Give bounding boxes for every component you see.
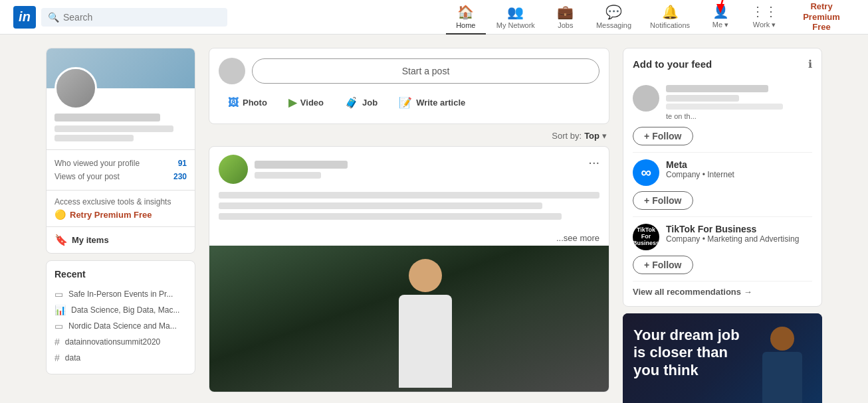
rec-avatar-meta[interactable]: ∞ — [633, 159, 659, 186]
sort-chevron-icon[interactable]: ▾ — [602, 131, 607, 141]
photo-action[interactable]: 🖼 Photo — [219, 91, 276, 114]
notifications-icon: 🔔 — [662, 4, 679, 20]
recent-card: Recent ▭ Safe In-Person Events in Pr... … — [46, 260, 195, 374]
post-text-line3 — [219, 213, 562, 220]
follow-plus-icon-meta: + — [644, 195, 649, 206]
recent-item-2[interactable]: ▭ Nordic Data Science and Ma... — [54, 318, 187, 334]
ad-widget[interactable]: Your dream job is closer than you think — [623, 313, 822, 403]
nav-me-label: Me ▾ — [712, 21, 728, 29]
post-person-figure — [385, 259, 465, 392]
start-post-button[interactable]: Start a post — [252, 58, 599, 84]
post-more-options[interactable]: ··· — [588, 155, 599, 170]
nav-notifications[interactable]: 🔔 Notifications — [642, 0, 698, 35]
article-action[interactable]: 📝 Write article — [389, 91, 475, 114]
rec-meta-0: te on th... — [666, 85, 812, 121]
nav-messaging[interactable]: 💬 Messaging — [588, 0, 639, 35]
feed-recommendations-widget: Add to your feed ℹ te on th... — [623, 48, 822, 307]
premium-retry-label: Retry Premium Free — [70, 210, 152, 220]
video-label: Video — [300, 98, 324, 108]
profile-views-label: Who viewed your profile — [54, 159, 140, 168]
follow-button-0[interactable]: + Follow — [633, 127, 693, 145]
nav-work[interactable]: ⋮⋮ Work ▾ — [743, 0, 786, 35]
post-author-name — [255, 161, 348, 169]
nav-jobs[interactable]: 💼 Jobs — [546, 0, 586, 35]
recent-label-4: data — [65, 353, 80, 363]
photo-icon: 🖼 — [228, 97, 239, 109]
rec-name-tiktok: TikTok For Business — [666, 224, 812, 234]
follow-button-meta[interactable]: + Follow — [633, 191, 693, 210]
recent-item-1[interactable]: 📊 Data Science, Big Data, Mac... — [54, 302, 187, 318]
view-all-recommendations[interactable]: View all recommendations → — [633, 282, 812, 297]
composer-top: Start a post — [219, 58, 599, 84]
network-icon: 👥 — [507, 4, 524, 20]
main-nav: 🏠 Home 👥 My Network 💼 Jobs 💬 Messaging 🔔… — [446, 0, 855, 35]
me-icon: 👤 — [712, 3, 729, 19]
rec-item-top-0: te on th... — [633, 85, 812, 121]
profile-subtitle — [54, 135, 134, 141]
nav-jobs-label: Jobs — [558, 21, 573, 29]
view-all-label: View all recommendations → — [633, 287, 752, 297]
nav-work-label: Work ▾ — [753, 21, 776, 29]
profile-title — [54, 125, 173, 132]
work-icon: ⋮⋮ — [751, 3, 778, 19]
profile-name — [54, 114, 160, 121]
gem-icon: 🟡 — [54, 209, 66, 220]
search-input[interactable] — [63, 12, 221, 23]
video-action[interactable]: ▶ Video — [279, 91, 333, 114]
recent-title: Recent — [54, 269, 187, 280]
jobs-icon: 💼 — [557, 4, 574, 20]
premium-retry-link[interactable]: 🟡 Retry Premium Free — [54, 209, 187, 220]
profile-card: Who viewed your profile 91 Views of your… — [46, 48, 195, 254]
premium-link[interactable]: Retry Premium Free — [788, 1, 855, 33]
rec-desc-0 — [666, 104, 783, 110]
widget-info-icon[interactable]: ℹ — [808, 58, 812, 70]
post-composer: Start a post 🖼 Photo ▶ Video 🧳 Job 📝 Wri — [209, 48, 609, 124]
post-author-info — [219, 155, 348, 184]
recent-label-1: Data Science, Big Data, Mac... — [71, 305, 179, 315]
recent-item-4[interactable]: # data — [54, 350, 187, 366]
recent-icon-0: ▭ — [54, 289, 63, 299]
search-icon: 🔍 — [48, 12, 59, 23]
rec-avatar-image-0 — [633, 85, 659, 112]
tiktok-logo-icon: TikTok For Business — [633, 227, 659, 247]
rec-item-top-tiktok: TikTok For Business TikTok For Business … — [633, 224, 812, 250]
recent-icon-4: # — [54, 353, 60, 363]
nav-network[interactable]: 👥 My Network — [488, 0, 543, 35]
see-more-button[interactable]: ...see more — [209, 230, 609, 246]
main-feed: Start a post 🖼 Photo ▶ Video 🧳 Job 📝 Wri — [209, 48, 609, 403]
nav-me[interactable]: 👤 Me ▾ — [701, 0, 740, 35]
rec-item-tiktok: TikTok For Business TikTok For Business … — [633, 217, 812, 282]
rec-avatar-0[interactable] — [633, 85, 659, 112]
rec-sub-0 — [666, 95, 739, 102]
nav-home[interactable]: 🏠 Home — [446, 0, 486, 35]
premium-section: Access exclusive tools & insights 🟡 Retr… — [47, 190, 195, 226]
rec-avatar-tiktok[interactable]: TikTok For Business — [633, 224, 659, 250]
job-icon: 🧳 — [345, 96, 358, 109]
recent-item-3[interactable]: # datainnovationsummit2020 — [54, 334, 187, 350]
post-views-label: Views of your post — [54, 172, 120, 181]
nav-network-label: My Network — [496, 21, 535, 29]
search-bar[interactable]: 🔍 — [41, 8, 227, 27]
rec-meta-meta: Meta Company • Internet — [666, 159, 812, 179]
follow-plus-icon-0: + — [644, 131, 649, 141]
my-items-button[interactable]: 🔖 My items — [47, 226, 195, 253]
right-sidebar: Add to your feed ℹ te on th... — [623, 48, 822, 403]
figure-body — [399, 295, 452, 388]
post-views-row[interactable]: Views of your post 230 — [54, 170, 187, 183]
recent-icon-3: # — [54, 337, 60, 347]
profile-avatar[interactable] — [54, 67, 97, 110]
linkedin-logo[interactable]: in — [13, 6, 36, 29]
post-image — [209, 246, 609, 392]
recent-item-0[interactable]: ▭ Safe In-Person Events in Pr... — [54, 286, 187, 302]
profile-views-row[interactable]: Who viewed your profile 91 — [54, 157, 187, 170]
job-action[interactable]: 🧳 Job — [336, 91, 387, 114]
left-sidebar: Who viewed your profile 91 Views of your… — [46, 48, 195, 403]
follow-button-tiktok[interactable]: + Follow — [633, 256, 693, 274]
sort-dropdown[interactable]: Top — [584, 131, 599, 141]
rec-name-meta: Meta — [666, 159, 812, 170]
recent-icon-1: 📊 — [54, 305, 66, 315]
post-author-avatar[interactable] — [219, 155, 248, 184]
ad-person-head — [770, 327, 794, 351]
post-content — [209, 192, 609, 230]
rec-desc-text-0: te on th... — [666, 112, 697, 120]
